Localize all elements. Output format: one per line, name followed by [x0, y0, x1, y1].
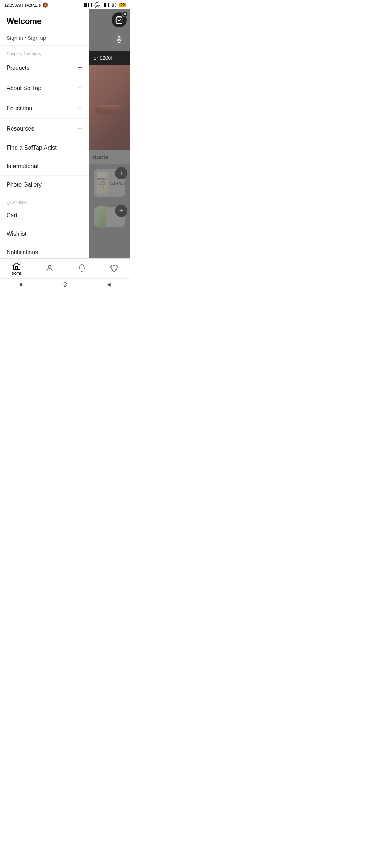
sidebar-signin-link[interactable]: Sign in / Sign up — [7, 35, 82, 41]
bottom-nav: Home — [0, 258, 130, 278]
quick-links-label: Quick links — [0, 194, 89, 207]
sidebar-item-products[interactable]: Products + — [0, 58, 89, 78]
svg-rect-1 — [118, 37, 120, 40]
status-right: ▐▌▌▌ VoWiFi ▐▌▌ ((·)) 99 — [83, 1, 126, 8]
signal-icon: ▐▌▌▌ — [83, 3, 93, 7]
sidebar-drawer: Welcome Sign in / Sign up Shop by Catego… — [0, 9, 89, 258]
wifi-signal-icon: ((·)) — [112, 3, 118, 7]
background-content: 0 er $200! — [89, 9, 130, 258]
cart-icon — [115, 16, 123, 24]
nav-home[interactable]: Home — [12, 262, 22, 275]
notifications-label: Notifications — [7, 249, 38, 255]
sidebar-item-education[interactable]: Education + — [0, 98, 89, 119]
mic-icon — [115, 36, 123, 43]
photo-gallery-label: Photo Gallery — [7, 182, 42, 188]
cart-button[interactable]: 0 — [112, 12, 127, 27]
international-label: International — [7, 163, 38, 169]
wifi-icon: ▐▌▌ — [103, 3, 110, 7]
main-wrapper: Welcome Sign in / Sign up Shop by Catego… — [0, 9, 130, 258]
sidebar-item-wishlist[interactable]: Wishlist — [0, 225, 89, 243]
status-bar: 12:39 AM | 14.8KB/s 🔕 ▐▌▌▌ VoWiFi ▐▌▌ ((… — [0, 0, 130, 9]
svg-point-5 — [48, 265, 51, 268]
sidebar-welcome-title: Welcome — [7, 17, 82, 26]
cart-label: Cart — [7, 212, 17, 218]
account-icon — [45, 264, 54, 273]
heart-icon — [110, 264, 118, 273]
sidebar-item-notifications[interactable]: Notifications — [0, 243, 89, 258]
nav-account[interactable] — [45, 264, 54, 273]
about-softap-expand-icon: + — [78, 84, 82, 92]
about-softap-label: About SofTap — [7, 85, 41, 92]
mic-button[interactable] — [112, 32, 127, 47]
products-expand-icon: + — [78, 64, 82, 72]
android-home-button[interactable]: ◎ — [62, 281, 67, 288]
sidebar-item-international[interactable]: International — [0, 157, 89, 176]
battery-level: 99 — [119, 3, 126, 7]
sidebar-item-about-softap[interactable]: About SofTap + — [0, 78, 89, 98]
find-artist-label: Find a SofTap Artist — [7, 145, 57, 151]
sidebar-item-find-artist[interactable]: Find a SofTap Artist — [0, 139, 89, 157]
status-time-speed: 12:39 AM | 14.8KB/s 🔕 — [4, 2, 48, 8]
products-label: Products — [7, 65, 29, 71]
sidebar-item-cart[interactable]: Cart — [0, 207, 89, 225]
bell-icon — [77, 264, 86, 273]
resources-expand-icon: + — [78, 124, 82, 133]
nav-wishlist[interactable] — [110, 264, 118, 273]
promo-text: er $200! — [94, 55, 112, 61]
education-label: Education — [7, 105, 32, 112]
resources-label: Resources — [7, 125, 34, 132]
nav-home-label: Home — [12, 271, 22, 275]
promo-banner: er $200! — [89, 51, 130, 65]
cart-count-badge: 0 — [122, 11, 128, 17]
wishlist-label: Wishlist — [7, 231, 26, 237]
sidebar-item-photo-gallery[interactable]: Photo Gallery — [0, 176, 89, 194]
android-square-button[interactable]: ■ — [20, 281, 22, 287]
sidebar-item-resources[interactable]: Resources + — [0, 119, 89, 139]
android-nav-bar: ■ ◎ ◀ — [0, 278, 130, 289]
sidebar-header: Welcome Sign in / Sign up — [0, 9, 89, 46]
android-back-button[interactable]: ◀ — [107, 281, 111, 287]
vo-wifi-label: VoWiFi — [95, 1, 101, 8]
education-expand-icon: + — [78, 104, 82, 112]
shop-by-category-label: Shop by Category — [0, 46, 89, 58]
nav-notifications[interactable] — [77, 264, 86, 273]
home-icon — [12, 262, 21, 271]
